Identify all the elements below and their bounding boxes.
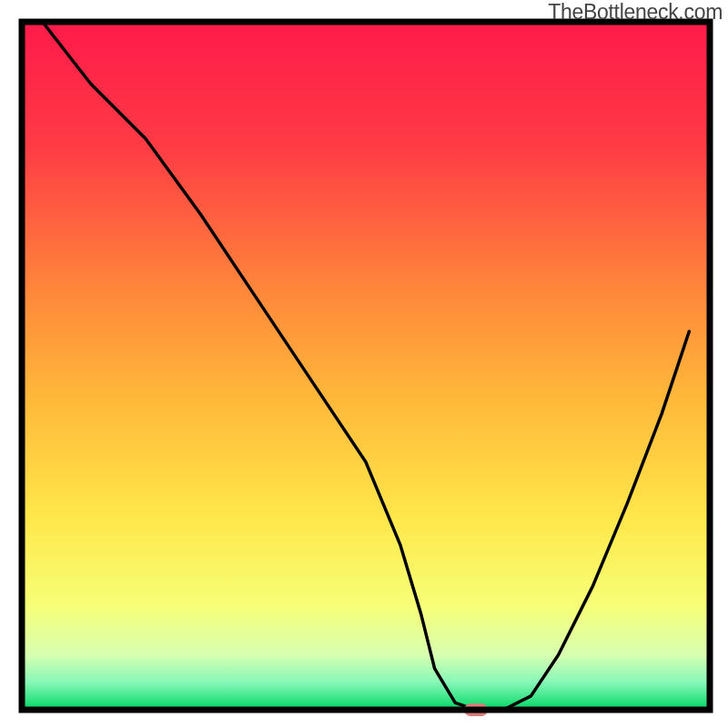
gradient-background <box>22 22 710 710</box>
chart-container: TheBottleneck.com <box>0 0 728 728</box>
bottleneck-chart <box>0 0 728 728</box>
watermark-text: TheBottleneck.com <box>548 0 723 25</box>
